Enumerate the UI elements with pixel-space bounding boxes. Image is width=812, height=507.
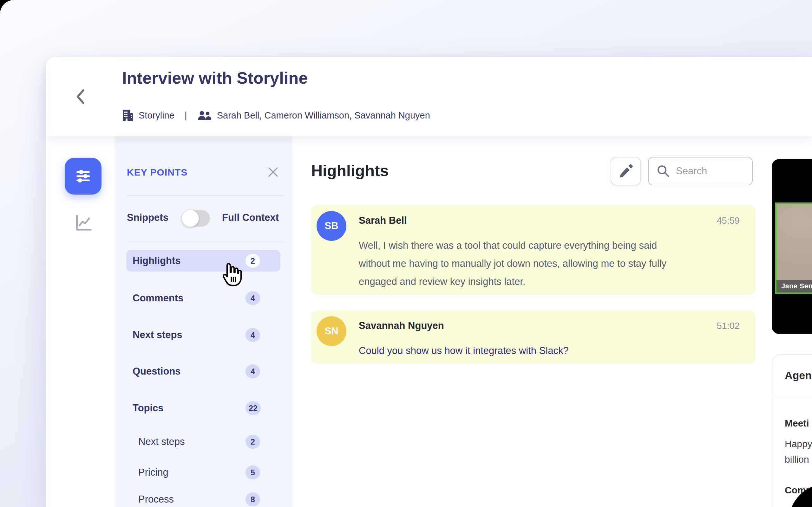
sidebar-subitem-process[interactable]: Process 8 [126, 489, 281, 507]
context-toggle[interactable] [182, 210, 210, 227]
count-badge: 4 [246, 364, 260, 378]
item-label: Highlights [133, 255, 181, 267]
header: Interview with Storyline [46, 57, 812, 136]
highlight-text: Could you show us how it integrates with… [359, 342, 749, 360]
search-input[interactable] [676, 165, 740, 177]
item-label: Questions [133, 366, 181, 377]
participants-list[interactable]: Sarah Bell, Cameron Williamson, Savannah… [217, 110, 430, 121]
close-icon [267, 166, 279, 178]
video-name-tag: Jane Sen [776, 280, 812, 292]
key-points-title: KEY POINTS [127, 167, 188, 178]
highlight-card[interactable]: SB Sarah Bell 45:59 Well, I wish there w… [311, 205, 756, 295]
back-chevron-icon [74, 89, 88, 105]
agenda-panel: Agen Meeti Happy billion Comm [772, 354, 812, 507]
speaker-name: Savannah Nguyen [359, 320, 444, 331]
timestamp[interactable]: 51:02 [716, 321, 740, 331]
analytics-tool-button[interactable] [73, 213, 93, 233]
section-title: Highlights [311, 162, 389, 180]
count-badge: 5 [246, 465, 260, 480]
divider [126, 241, 284, 241]
count-badge: 4 [246, 291, 260, 305]
count-badge: 8 [246, 493, 260, 506]
sliders-icon [74, 167, 92, 185]
context-toggle-row: Snippets Full Context [114, 210, 293, 227]
close-panel-button[interactable] [267, 166, 279, 178]
item-label: Topics [133, 402, 164, 414]
screen: Interview with Storyline [0, 0, 812, 507]
search-box [648, 157, 753, 185]
breadcrumb: Storyline | Sarah Bell, Cameron Williams… [122, 108, 430, 123]
item-label: Comments [133, 292, 183, 304]
avatar: SN [316, 316, 346, 346]
search-icon [656, 164, 670, 178]
speaker-name: Sarah Bell [359, 215, 407, 226]
count-badge: 4 [246, 328, 260, 342]
line-chart-icon [73, 213, 93, 233]
company-name[interactable]: Storyline [139, 110, 174, 121]
item-label: Next steps [133, 329, 183, 341]
item-label: Process [138, 494, 174, 505]
divider [772, 397, 812, 397]
participants-icon [197, 110, 212, 120]
sidebar-subitem-next-steps[interactable]: Next steps 2 [126, 431, 281, 452]
breadcrumb-separator: | [185, 110, 187, 121]
count-badge: 2 [246, 254, 260, 268]
pencil-icon [618, 163, 634, 179]
app-window: Interview with Storyline [46, 57, 812, 507]
count-badge: 2 [246, 435, 260, 449]
page-title: Interview with Storyline [122, 68, 308, 88]
item-label: Pricing [138, 467, 168, 478]
main-content: Highlights SB Sarah Bell 45:59 Wel [293, 136, 812, 507]
agenda-section-heading: Meeti [785, 418, 809, 429]
avatar: SB [316, 211, 346, 241]
back-button[interactable] [74, 89, 88, 105]
company-icon [122, 109, 134, 122]
sidebar-item-questions[interactable]: Questions 4 [126, 360, 281, 382]
sidebar-item-topics[interactable]: Topics 22 [126, 397, 281, 419]
full-context-label: Full Context [222, 212, 279, 223]
video-panel[interactable]: Jane Sen [772, 159, 812, 334]
divider [126, 195, 284, 196]
edit-button[interactable] [611, 157, 641, 185]
pointer-cursor [221, 262, 242, 288]
item-label: Next steps [138, 436, 185, 447]
highlight-card[interactable]: SN Savannah Nguyen 51:02 Could you show … [311, 311, 756, 364]
timestamp[interactable]: 45:59 [716, 216, 740, 226]
highlight-text: Well, I wish there was a tool that could… [359, 236, 749, 291]
sidebar-item-highlights[interactable]: Highlights 2 [126, 250, 281, 272]
sidebar-item-next-steps[interactable]: Next steps 4 [126, 324, 281, 346]
agenda-section-body: Happy billion [785, 436, 812, 467]
left-rail [46, 136, 114, 507]
snippets-label: Snippets [127, 212, 168, 223]
sidebar-item-comments[interactable]: Comments 4 [126, 287, 281, 309]
count-badge: 22 [246, 401, 261, 415]
sidebar-subitem-pricing[interactable]: Pricing 5 [126, 462, 281, 483]
key-points-panel: KEY POINTS Snippets Full Context Highlig… [114, 136, 293, 507]
agenda-title: Agen [785, 369, 812, 382]
participant-video: Jane Sen [775, 203, 812, 294]
key-points-tool-button[interactable] [65, 158, 101, 194]
toggle-knob [182, 210, 199, 227]
